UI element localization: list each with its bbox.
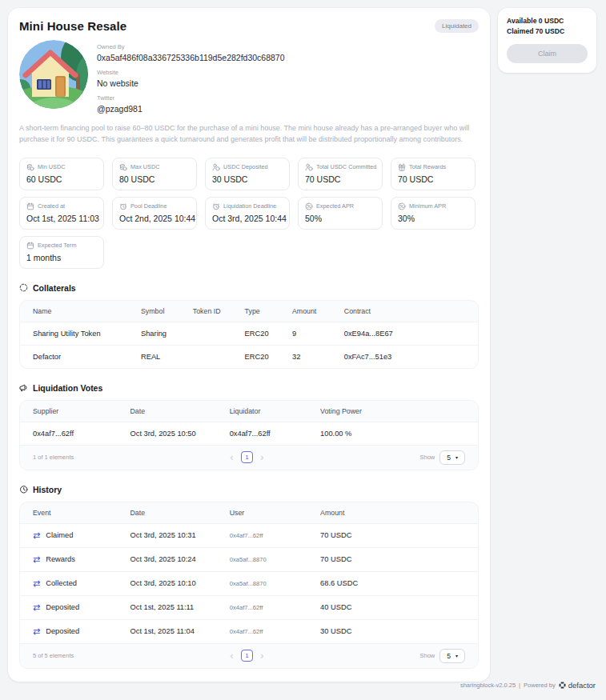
table-cell: REAL [141, 353, 193, 361]
stat-label: Liquidation Deadline [223, 202, 276, 210]
stat-label: Minimum APR [409, 202, 446, 210]
gift-icon [398, 163, 406, 171]
column-header: Date [130, 509, 230, 517]
date-cell: Oct 3rd, 2025 10:24 [130, 555, 230, 563]
page-number-button[interactable]: 1 [241, 650, 253, 662]
stat-card: Expected APR50% [298, 197, 383, 230]
stat-card-label-row: Expected APR [305, 202, 375, 210]
pool-profile: Owned By 0xa5af486f08a336725336b119d5e28… [19, 40, 479, 114]
calendar-icon [26, 202, 34, 210]
stat-label: Pool Deadline [130, 202, 167, 210]
table-row: ⇄DepositedOct 1st, 2025 11:040x4af7...62… [20, 619, 478, 643]
percent-icon [398, 202, 406, 210]
status-badge: Liquidated [435, 19, 479, 33]
coins-icon [26, 163, 34, 171]
stat-value: 80 USDC [119, 174, 190, 184]
show-label: Show [419, 454, 435, 461]
next-page-icon[interactable]: › [260, 651, 264, 661]
claim-button[interactable]: Claim [507, 44, 588, 63]
stat-card-label-row: USDC Deposited [212, 163, 283, 171]
user-coin-icon [212, 163, 220, 171]
stat-card-label-row: Total Rewards [398, 163, 468, 171]
megaphone-icon [19, 383, 28, 392]
page-size-select[interactable]: 5 ▾ [439, 649, 465, 663]
stat-label: Created at [38, 202, 65, 210]
coin-circle-icon [19, 283, 28, 292]
page-size-value: 5 [447, 652, 451, 660]
history-elements-count: 5 of 5 elements [33, 652, 74, 659]
page-size-select[interactable]: 5 ▾ [439, 450, 465, 465]
column-header: Voting Power [320, 407, 465, 415]
column-header: Supplier [33, 407, 130, 415]
defactor-brand: defactor [559, 681, 596, 690]
claim-card: Available 0 USDC Claimed 70 USDC Claim [498, 8, 596, 73]
stat-card-label-row: Created at [26, 202, 97, 210]
table-cell: ERC20 [245, 353, 292, 361]
event-label: Claimed [46, 531, 73, 539]
column-header: Liquidator [230, 407, 320, 415]
history-table-footer: 5 of 5 elements ‹ 1 › Show 5 ▾ [20, 643, 478, 668]
votes-pagination: ‹ 1 › [230, 451, 264, 463]
amount-cell: 30 USDC [320, 627, 465, 635]
footer-separator: | [519, 682, 520, 689]
table-cell: 0x4af7...62ff [33, 430, 130, 438]
stat-value: Oct 3rd, 2025 10:44 [212, 214, 283, 223]
stat-card: USDC Deposited30 USDC [205, 158, 290, 190]
prev-page-icon[interactable]: ‹ [230, 651, 234, 661]
transfer-arrows-icon: ⇄ [33, 603, 40, 612]
event-cell: ⇄Deposited [33, 603, 130, 612]
table-row: Sharing Utility TokenSharingERC2090xE94a… [20, 322, 478, 345]
stat-label: Expected Term [38, 242, 77, 249]
event-cell: ⇄Deposited [33, 627, 130, 636]
stat-value: Oct 2nd, 2025 10:44 [119, 214, 190, 223]
amount-cell: 70 USDC [320, 555, 465, 563]
stat-card: Liquidation DeadlineOct 3rd, 2025 10:44 [205, 197, 290, 230]
table-cell: Sharing [141, 330, 193, 338]
column-header: Name [33, 307, 141, 315]
column-header: Symbol [141, 307, 193, 315]
column-header: Event [33, 509, 130, 517]
percent-icon [305, 202, 313, 210]
page-title: Mini House Resale [19, 19, 126, 33]
coins-icon [119, 163, 127, 171]
table-row: DefactorREALERC20320xFAc7...51e3 [20, 345, 478, 368]
stat-label: Total Rewards [409, 163, 446, 170]
stat-label: Expected APR [316, 202, 354, 210]
column-header: Token ID [193, 307, 245, 315]
event-label: Deposited [46, 627, 79, 635]
transfer-arrows-icon: ⇄ [33, 555, 40, 564]
liquidation-votes-section-header: Liquidation Votes [19, 383, 479, 393]
stat-value: 30 USDC [212, 174, 283, 184]
table-cell: 0x4af7...62ff [230, 430, 320, 438]
stat-card: Max USDC80 USDC [112, 158, 197, 190]
event-cell: ⇄Rewards [33, 555, 130, 564]
history-page-size: Show 5 ▾ [419, 649, 465, 663]
page-number-button[interactable]: 1 [241, 451, 253, 463]
history-pagination: ‹ 1 › [230, 650, 264, 662]
history-table-header: EventDateUserAmount [20, 502, 478, 523]
amount-cell: 70 USDC [320, 531, 465, 539]
table-cell: Defactor [33, 353, 141, 361]
stat-card: Pool DeadlineOct 2nd, 2025 10:44 [112, 197, 197, 230]
votes-page-size: Show 5 ▾ [419, 450, 465, 465]
next-page-icon[interactable]: › [260, 453, 264, 462]
clock-history-icon [19, 485, 28, 494]
prev-page-icon[interactable]: ‹ [230, 453, 234, 462]
calendar-icon [26, 242, 34, 250]
transfer-arrows-icon: ⇄ [33, 579, 40, 588]
pool-avatar-image [19, 40, 88, 109]
amount-cell: 40 USDC [320, 603, 465, 611]
date-cell: Oct 3rd, 2025 10:31 [130, 531, 230, 539]
available-amount: Available 0 USDC [507, 16, 588, 26]
history-table: EventDateUserAmount ⇄ClaimedOct 3rd, 202… [19, 502, 479, 669]
liquidation-votes-table-footer: 1 of 1 elements ‹ 1 › Show 5 ▾ [20, 445, 478, 470]
column-header: Date [130, 407, 230, 415]
column-header: Amount [292, 307, 344, 315]
stat-value: 30% [398, 214, 468, 223]
stat-card: Minimum APR30% [391, 197, 476, 230]
stat-label: Max USDC [130, 163, 160, 170]
table-row: 0x4af7...62ffOct 3rd, 2025 10:500x4af7..… [20, 422, 478, 445]
website-value: No website [97, 78, 285, 88]
column-header: Amount [320, 509, 465, 517]
pool-description: A short-term financing pool to raise 60–… [19, 122, 479, 146]
